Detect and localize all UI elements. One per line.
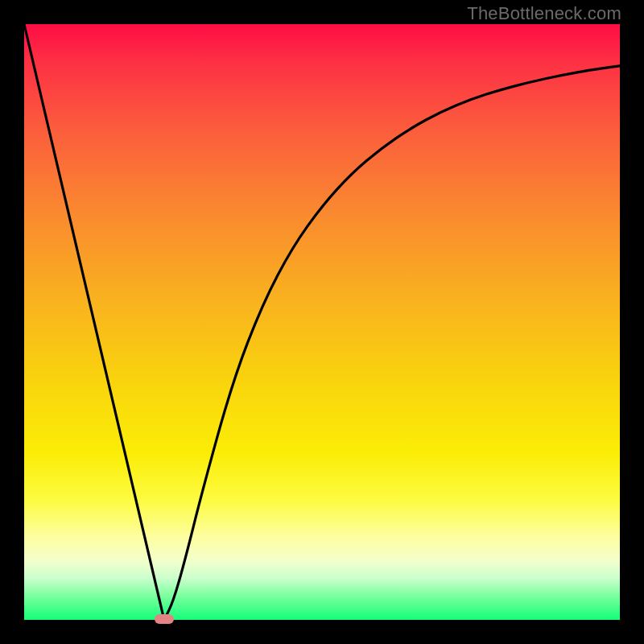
curve-layer	[24, 24, 620, 620]
optimal-marker	[155, 614, 174, 624]
chart-frame: TheBottleneck.com	[0, 0, 644, 644]
watermark-text: TheBottleneck.com	[467, 3, 621, 24]
plot-area	[24, 24, 620, 620]
bottleneck-curve	[24, 24, 620, 620]
